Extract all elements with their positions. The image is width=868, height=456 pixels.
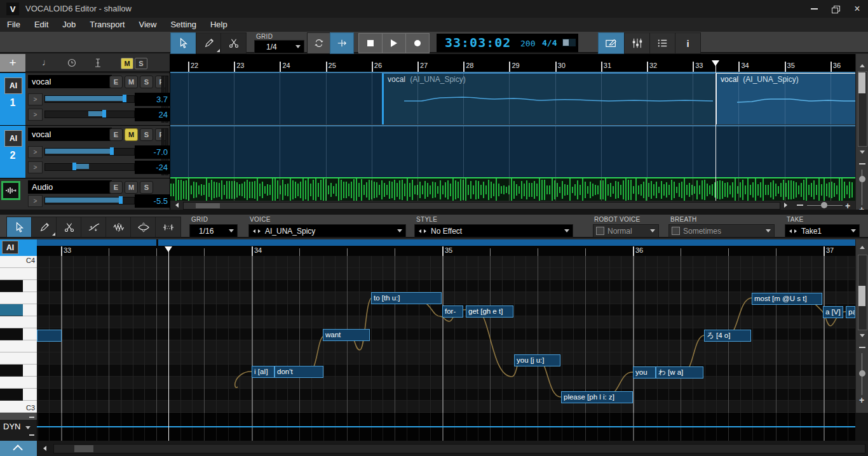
track2-pan-expander[interactable]: > [28, 161, 43, 173]
record-button[interactable] [405, 33, 430, 53]
vscrollbar-thumb[interactable] [858, 72, 865, 93]
scroll-down-icon[interactable] [860, 334, 865, 337]
pr-playhead-marker[interactable] [165, 246, 172, 252]
robot-voice-checkbox[interactable] [596, 227, 604, 235]
hzoom-slider-knob[interactable] [821, 202, 827, 208]
scroll-right-icon[interactable] [784, 203, 787, 208]
close-button[interactable]: × [848, 0, 867, 18]
vscrollbar-thumb[interactable] [858, 286, 865, 306]
menu-setting[interactable]: Setting [163, 18, 203, 32]
list-view-button[interactable] [649, 32, 675, 54]
zoom-slider-knob[interactable] [859, 370, 865, 377]
track3-volume-expander[interactable]: > [28, 195, 43, 207]
master-solo-badge[interactable]: S [135, 58, 147, 69]
hscrollbar-track[interactable] [53, 444, 865, 453]
note[interactable]: pa [846, 306, 855, 318]
vscrollbar-track[interactable] [858, 71, 867, 147]
track1-pan-value[interactable]: 24 [135, 108, 170, 121]
track2-pan-value[interactable]: -24 [135, 161, 170, 174]
track1-volume-slider[interactable] [44, 95, 135, 103]
white-key[interactable] [0, 377, 37, 389]
note[interactable]: please [ph l i: z] [561, 391, 633, 403]
track3-color-badge[interactable] [0, 178, 25, 210]
editor-view-button[interactable] [598, 32, 625, 54]
note-icon[interactable]: ♩ [42, 57, 51, 67]
info-button[interactable]: i [675, 32, 701, 54]
note[interactable]: want [323, 329, 370, 341]
arrangement-playhead-marker[interactable] [712, 60, 719, 66]
note[interactable] [37, 330, 62, 342]
track3-volume-value[interactable]: -5.5 [135, 194, 170, 208]
note[interactable]: a [V] [823, 306, 843, 318]
style-select[interactable]: No Effect [414, 224, 573, 238]
note[interactable]: get [gh e t] [466, 305, 513, 318]
note[interactable]: ろ [4 o] [704, 330, 751, 342]
track-s-button[interactable]: S [140, 128, 153, 141]
hscrollbar-track[interactable] [183, 202, 780, 210]
menu-edit[interactable]: Edit [27, 18, 55, 32]
scroll-up-icon[interactable] [860, 64, 865, 67]
mixer-view-button[interactable] [624, 32, 650, 54]
track1-pan-expander[interactable]: > [28, 109, 43, 121]
track-s-button[interactable]: S [140, 76, 153, 88]
clock-icon[interactable] [67, 58, 76, 67]
white-key[interactable] [0, 292, 37, 304]
menu-file[interactable]: File [0, 18, 27, 32]
pointer-tool-button[interactable] [170, 32, 196, 54]
white-key[interactable] [0, 340, 37, 352]
stop-button[interactable] [358, 33, 383, 53]
note[interactable]: most [m @U s t] [752, 293, 822, 305]
track-e-button[interactable]: E [109, 128, 123, 141]
loop-button[interactable] [307, 32, 330, 54]
track-e-button[interactable]: E [109, 181, 123, 194]
track2-volume-value[interactable]: -7.0 [135, 145, 170, 159]
minimize-button[interactable] [804, 0, 824, 18]
pr-scissors-tool-button[interactable] [56, 217, 82, 238]
master-mute-badge[interactable]: M [121, 58, 133, 69]
prev-voice-icon[interactable] [253, 229, 255, 233]
next-voice-icon[interactable] [258, 229, 261, 233]
pan-slider-handle[interactable] [72, 163, 76, 170]
volume-slider-handle[interactable] [110, 147, 114, 155]
take-select[interactable]: Take1 [785, 224, 860, 238]
auto-scroll-button[interactable] [330, 32, 354, 54]
expand-lane-button[interactable] [0, 441, 37, 456]
scroll-left-icon[interactable] [43, 446, 46, 451]
pr-note-grid[interactable]: i [aI]don'twantto [th u:]for-get [gh e t… [37, 256, 855, 413]
add-track-button[interactable]: + [0, 54, 25, 72]
track-s-button[interactable]: S [140, 181, 153, 194]
track-m-button[interactable]: M [125, 76, 138, 88]
track1-lane[interactable]: vocal (AI_UNA_Spicy) vocal (AI_UNA_Spicy… [170, 72, 855, 124]
white-key[interactable] [0, 268, 37, 280]
scissors-tool-button[interactable] [220, 32, 247, 54]
audio-track-lane[interactable] [170, 177, 855, 201]
dyn-param-select-icon[interactable] [25, 426, 31, 429]
vscrollbar-track[interactable] [858, 255, 867, 330]
pan-slider-handle[interactable] [102, 110, 106, 117]
zoom-out-icon[interactable] [859, 163, 865, 164]
white-key[interactable] [0, 316, 37, 328]
track1-volume-expander[interactable]: > [28, 93, 43, 105]
zoom-in-icon[interactable]: + [859, 397, 864, 403]
scroll-left-icon[interactable] [175, 203, 179, 208]
breath-checkbox[interactable] [672, 227, 680, 235]
menu-view[interactable]: View [132, 18, 163, 32]
pitch-tool-button[interactable] [81, 217, 107, 238]
pr-ruler[interactable]: 3334353637 [37, 246, 855, 256]
track2-pan-slider[interactable] [44, 163, 135, 171]
pr-grid-select[interactable]: 1/16 [189, 224, 238, 238]
track3-name-field[interactable]: Audio [28, 180, 112, 194]
pr-pointer-tool-button[interactable] [6, 217, 32, 238]
black-key[interactable] [0, 280, 23, 292]
track-m-button[interactable]: M [125, 181, 138, 194]
duration-tool-button[interactable] [155, 217, 181, 238]
restore-button[interactable] [826, 0, 845, 18]
hzoom-out-icon[interactable] [797, 205, 803, 206]
next-take-icon[interactable] [794, 229, 797, 233]
scroll-down-icon[interactable] [860, 151, 865, 154]
scroll-up-icon[interactable] [860, 246, 865, 249]
grid-select[interactable]: 1/4 [254, 40, 304, 53]
prev-style-icon[interactable] [419, 229, 421, 233]
track1-volume-value[interactable]: 3.7 [135, 93, 170, 106]
note[interactable]: i [aI] [252, 366, 275, 378]
